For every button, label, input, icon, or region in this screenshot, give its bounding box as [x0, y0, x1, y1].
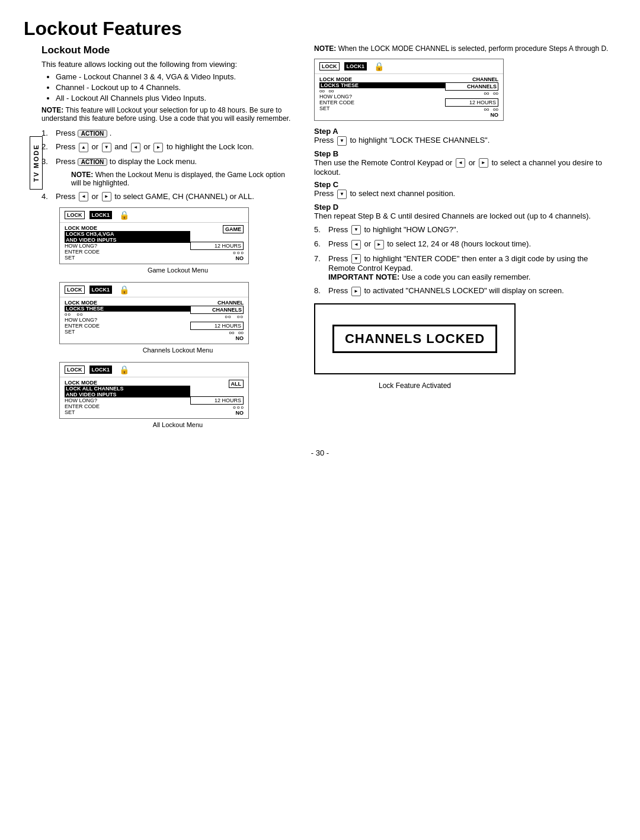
step-1: 1. Press ACTION .: [41, 129, 296, 137]
menu-item-howlong: HOW LONG?: [65, 243, 190, 249]
ch-menu-header: LOCK LOCK1 🔒: [60, 283, 248, 297]
menu-item-set: SET: [65, 255, 190, 261]
note2: NOTE: When the Lockout Menu is displayed…: [71, 171, 296, 187]
step-d-section: Step D Then repeat Step B & C until desi…: [314, 203, 616, 220]
list-item: Channel - Lockout up to 4 Channels.: [56, 83, 296, 92]
step-a-text: Press ▼ to highlight "LOCK THESE CHANNEL…: [314, 136, 616, 146]
ch-menu-lockmode: LOCK MODE: [65, 300, 190, 306]
no-label: NO: [190, 255, 244, 261]
channels-menu-caption: Channels Lockout Menu: [59, 347, 296, 354]
lock-label2: LOCK1: [89, 211, 113, 219]
ch-lock-label1: LOCK: [65, 286, 85, 294]
all-no-label: NO: [190, 410, 244, 416]
channels-label: CHANNELS: [190, 306, 244, 314]
ch-menu-body: LOCK MODE LOCKS THESE oo oo HOW LONG? EN…: [60, 297, 248, 344]
all-hours-label: 12 HOURS: [190, 396, 244, 405]
step-5: 5. Press ▼ to highlight "HOW LONG?".: [314, 225, 616, 235]
hours-label: 12 HOURS: [190, 242, 244, 250]
left-arrow-step6: ◄: [351, 240, 361, 249]
down-arrow-step-a: ▼: [337, 136, 347, 146]
step-6: 6. Press ◄ or ► to select 12, 24 or 48 (…: [314, 239, 616, 249]
down-arrow-icon: ▼: [102, 143, 111, 152]
menu-item-locksch: LOCKS CH3,4,VGA: [65, 231, 190, 237]
intro-text: This feature allows locking out the foll…: [41, 60, 296, 69]
right-dots1: oo oo: [319, 88, 445, 94]
step-b-label: Step B: [314, 149, 616, 158]
down-arrow-step7: ▼: [351, 254, 361, 264]
right-dots3: oo oo: [445, 107, 498, 112]
step-8: 8. Press ► to activated "CHANNELS LOCKED…: [314, 286, 616, 296]
all-menu-set: SET: [65, 409, 190, 415]
step-a-label: Step A: [314, 127, 616, 136]
game-lockout-menu: LOCK LOCK1 🔒 LOCK MODE LOCKS CH3,4,VGA A…: [59, 207, 249, 264]
ch-menu-locksthese: LOCKS THESE: [65, 306, 190, 312]
page-number: - 30 -: [24, 448, 616, 457]
down-arrow-stepc: ▼: [337, 190, 347, 199]
down-arrow-step5: ▼: [351, 225, 361, 235]
right-arrow-stepb: ►: [479, 158, 488, 168]
tv-mode-label: TV MODE: [30, 136, 43, 190]
ch-menu-howlong: HOW LONG?: [65, 317, 190, 323]
right-no: NO: [445, 112, 498, 118]
step-4: 4. Press ◄ or ► to select GAME, CH (CHAN…: [41, 192, 296, 202]
right-lock1: LOCK: [319, 62, 340, 70]
right-channels-label: CHANNELS: [445, 82, 498, 91]
list-item: All - Lockout All Channels plus Video In…: [56, 94, 296, 102]
right-hours: 12 HOURS: [445, 98, 498, 107]
menu-item-andvideo: AND VIDEO INPUTS: [65, 237, 190, 243]
ch-menu-dots2: oo oo: [190, 314, 244, 319]
ch-menu-dots1: oo oo: [65, 312, 190, 317]
right-channel-label: CHANNEL: [445, 76, 498, 82]
step-7: 7. Press ▼ to highlight "ENTER CODE" the…: [314, 254, 616, 282]
game-menu-caption: Game Lockout Menu: [59, 267, 296, 274]
step-b-section: Step B Then use the Remote Control Keypa…: [314, 149, 616, 177]
dots: o o o: [190, 250, 244, 255]
step-a-section: Step A Press ▼ to highlight "LOCK THESE …: [314, 127, 616, 146]
step-3: 3. Press ACTION to display the Lock menu…: [41, 157, 296, 166]
feature-list: Game - Lockout Channel 3 & 4, VGA & Vide…: [41, 72, 296, 102]
menu-header: LOCK LOCK1 🔒: [60, 208, 248, 223]
right-entercode: ENTER CODE: [319, 100, 445, 105]
right-arrow-icon-step4: ►: [102, 192, 111, 201]
all-lock-label1: LOCK: [65, 366, 85, 374]
ch-no-label: NO: [190, 335, 244, 341]
menu-item-entercode: ENTER CODE: [65, 249, 190, 255]
step-d-label: Step D: [314, 203, 616, 211]
all-menu-caption: All Lockout Menu: [59, 421, 296, 428]
channels-lockout-menu: LOCK LOCK1 🔒 LOCK MODE LOCKS THESE oo oo…: [59, 282, 249, 344]
section-title-lockout-mode: Lockout Mode: [41, 44, 296, 56]
all-lockout-menu: LOCK LOCK1 🔒 LOCK MODE LOCK ALL CHANNELS…: [59, 362, 249, 419]
right-arrow-icon: ►: [153, 143, 163, 152]
right-arrow-step8: ►: [351, 287, 361, 296]
note1: NOTE: This feature will Lockout your sel…: [41, 106, 296, 123]
up-arrow-icon: ▲: [79, 143, 88, 152]
right-column: NOTE: When the LOCK MODE CHANNEL is sele…: [314, 44, 616, 437]
list-item: Game - Lockout Channel 3 & 4, VGA & Vide…: [56, 72, 296, 81]
all-menu-howlong: HOW LONG?: [65, 397, 190, 403]
game-label: GAME: [223, 225, 244, 233]
ch-menu-set: SET: [65, 329, 190, 335]
all-lock-label2: LOCK1: [89, 366, 113, 374]
left-arrow-stepb: ◄: [456, 158, 465, 168]
ch-lock-icon: 🔒: [119, 285, 129, 294]
all-menu-lockmode: LOCK MODE: [65, 380, 190, 386]
right-note: NOTE: When the LOCK MODE CHANNEL is sele…: [314, 44, 616, 53]
ch-lock-label2: LOCK1: [89, 286, 113, 294]
right-arrow-step6: ►: [375, 240, 384, 249]
ch-menu-entercode: ENTER CODE: [65, 323, 190, 329]
step-b-text: Then use the Remote Control Keypad or ◄ …: [314, 158, 616, 177]
ch-dots3: oo oo: [190, 330, 244, 335]
all-lock-icon: 🔒: [119, 365, 129, 374]
left-arrow-icon-step4: ◄: [79, 192, 88, 201]
right-lock2: LOCK1: [344, 62, 367, 70]
ch-hours-label: 12 HOURS: [190, 322, 244, 330]
menu-item-lockmode: LOCK MODE: [65, 225, 190, 231]
all-menu-header: LOCK LOCK1 🔒: [60, 363, 248, 377]
channels-locked-box: CHANNELS LOCKED: [314, 303, 516, 374]
right-dots2: oo oo: [445, 91, 498, 96]
all-menu-lockall: LOCK ALL CHANNELS: [65, 386, 190, 392]
left-column: Lockout Mode This feature allows locking…: [41, 44, 296, 437]
all-menu-body: LOCK MODE LOCK ALL CHANNELS AND VIDEO IN…: [60, 377, 248, 418]
channel-label: CHANNEL: [190, 300, 244, 306]
right-lockmode: LOCK MODE: [319, 76, 445, 82]
